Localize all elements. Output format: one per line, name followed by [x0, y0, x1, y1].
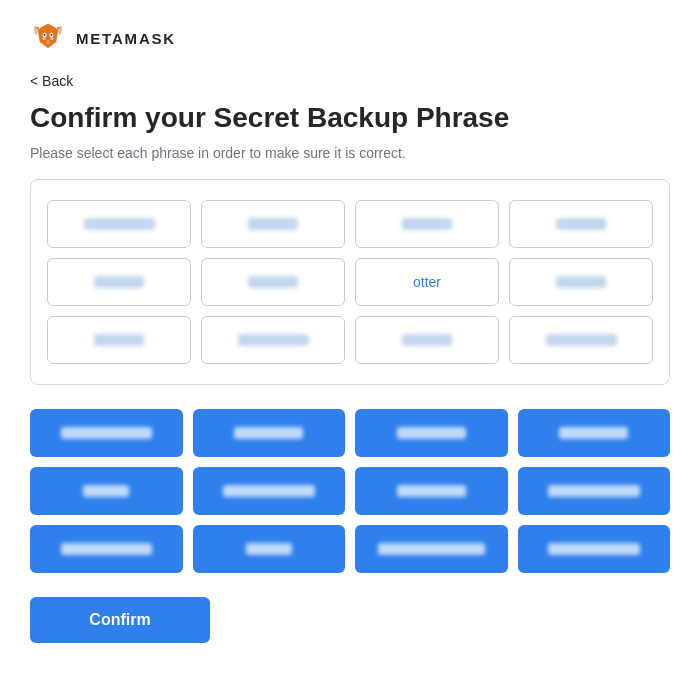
word-btn-blur-1 [61, 427, 153, 439]
word-btn-blur-10 [246, 543, 292, 555]
word-blur-5 [94, 276, 144, 288]
word-btn-blur-8 [548, 485, 640, 497]
header: METAMASK [30, 20, 670, 56]
svg-point-8 [51, 34, 53, 36]
word-buttons-area [30, 409, 670, 573]
word-slot-5[interactable] [47, 258, 191, 306]
word-slot-12[interactable] [509, 316, 653, 364]
word-btn-2[interactable] [193, 409, 346, 457]
word-blur-10 [238, 334, 309, 346]
word-slot-10[interactable] [201, 316, 345, 364]
word-btn-10[interactable] [193, 525, 346, 573]
word-slot-1[interactable] [47, 200, 191, 248]
word-blur-3 [402, 218, 452, 230]
word-btn-blur-6 [223, 485, 315, 497]
word-slot-8[interactable] [509, 258, 653, 306]
word-btn-5[interactable] [30, 467, 183, 515]
brand-name: METAMASK [76, 30, 176, 47]
word-blur-8 [556, 276, 606, 288]
word-blur-2 [248, 218, 298, 230]
word-btn-9[interactable] [30, 525, 183, 573]
drop-area: otter [30, 179, 670, 385]
word-slot-6[interactable] [201, 258, 345, 306]
confirm-button[interactable]: Confirm [30, 597, 210, 643]
word-btn-7[interactable] [355, 467, 508, 515]
word-slot-4[interactable] [509, 200, 653, 248]
word-slot-2[interactable] [201, 200, 345, 248]
word-btn-grid [30, 409, 670, 573]
word-btn-blur-11 [378, 543, 485, 555]
word-slot-grid: otter [47, 200, 653, 364]
word-blur-11 [402, 334, 452, 346]
word-btn-12[interactable] [518, 525, 671, 573]
word-btn-blur-9 [61, 543, 153, 555]
word-btn-blur-4 [559, 427, 628, 439]
word-btn-blur-5 [83, 485, 129, 497]
word-slot-11[interactable] [355, 316, 499, 364]
word-text-7: otter [413, 274, 441, 290]
word-btn-1[interactable] [30, 409, 183, 457]
back-link[interactable]: < Back [30, 73, 73, 89]
word-btn-4[interactable] [518, 409, 671, 457]
subtitle: Please select each phrase in order to ma… [30, 145, 670, 161]
word-btn-blur-3 [397, 427, 466, 439]
word-slot-9[interactable] [47, 316, 191, 364]
page-container: METAMASK < Back Confirm your Secret Back… [0, 0, 700, 694]
word-slot-3[interactable] [355, 200, 499, 248]
word-btn-11[interactable] [355, 525, 508, 573]
word-btn-3[interactable] [355, 409, 508, 457]
svg-point-7 [44, 34, 46, 36]
word-slot-7[interactable]: otter [355, 258, 499, 306]
word-blur-12 [546, 334, 617, 346]
metamask-logo [30, 20, 66, 56]
word-blur-1 [84, 218, 155, 230]
word-blur-9 [94, 334, 144, 346]
page-title: Confirm your Secret Backup Phrase [30, 101, 670, 135]
word-btn-8[interactable] [518, 467, 671, 515]
word-blur-4 [556, 218, 606, 230]
word-btn-blur-7 [397, 485, 466, 497]
word-btn-blur-2 [234, 427, 303, 439]
word-btn-6[interactable] [193, 467, 346, 515]
word-btn-blur-12 [548, 543, 640, 555]
word-blur-6 [248, 276, 298, 288]
